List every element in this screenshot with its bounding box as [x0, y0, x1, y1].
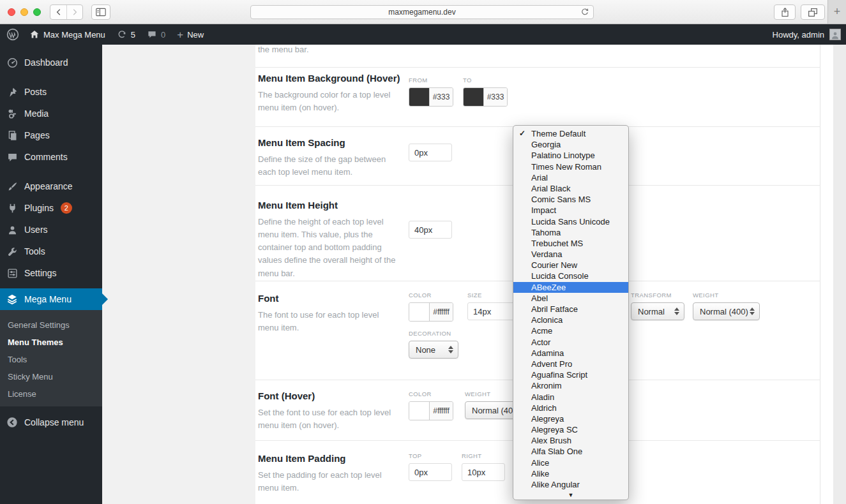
comments-link[interactable]: 0: [147, 29, 165, 40]
show-all-tabs-button[interactable]: [801, 4, 825, 20]
font-option[interactable]: Adamina: [513, 348, 628, 359]
font-option-label: Comic Sans MS: [531, 195, 591, 204]
font-option[interactable]: Akronim: [513, 380, 628, 391]
font-size-input[interactable]: [467, 302, 518, 320]
minimize-window-button[interactable]: [20, 8, 28, 16]
submenu-item[interactable]: Menu Themes: [0, 334, 102, 351]
updates-link[interactable]: 5: [117, 29, 135, 40]
sidebar-item-label: Pages: [24, 130, 50, 140]
font-option[interactable]: Alike: [513, 468, 628, 479]
font-option[interactable]: Verdana: [513, 249, 628, 260]
font-option[interactable]: Alegreya SC: [513, 424, 628, 435]
font-option[interactable]: Abel: [513, 293, 628, 304]
reload-button[interactable]: [580, 8, 589, 17]
font-option-label: Lucida Sans Unicode: [531, 217, 610, 226]
sidebar-item-tools[interactable]: Tools: [0, 241, 102, 262]
font-option[interactable]: ✓ Theme Default: [513, 128, 628, 139]
howdy-text: Howdy, admin: [773, 30, 824, 40]
close-window-button[interactable]: [8, 8, 15, 16]
sidebar-item-comments[interactable]: Comments: [0, 146, 102, 168]
font-option[interactable]: Lucida Console: [513, 271, 628, 281]
font-option-label: Alex Brush: [531, 436, 571, 445]
menu-item-height-input[interactable]: [409, 221, 452, 239]
submenu-item[interactable]: Tools: [0, 351, 102, 368]
font-option[interactable]: Abril Fatface: [513, 304, 628, 315]
updates-count: 5: [131, 30, 135, 40]
font-transform-select[interactable]: Normal: [631, 302, 684, 320]
setting-description: Set the padding for each top level menu …: [258, 469, 402, 494]
sidebar-item-settings[interactable]: Settings: [0, 262, 102, 284]
page-scrollbar-track[interactable]: [833, 45, 846, 504]
font-option-label: Trebuchet MS: [531, 239, 583, 248]
font-option-label: Aladin: [531, 392, 554, 402]
top-label: TOP: [409, 452, 452, 459]
font-option[interactable]: Tahoma: [513, 227, 628, 238]
submenu-item[interactable]: Sticky Menu: [0, 368, 102, 385]
new-content-link[interactable]: + New: [177, 29, 204, 40]
zoom-window-button[interactable]: [33, 8, 41, 16]
font-option-label: Impact: [531, 205, 556, 215]
font-option[interactable]: Aguafina Script: [513, 369, 628, 380]
font-option[interactable]: Comic Sans MS: [513, 194, 628, 205]
padding-top-input[interactable]: [409, 463, 452, 481]
sidebar-toggle-button[interactable]: [91, 4, 110, 20]
font-color-picker[interactable]: #ffffff: [409, 302, 453, 322]
collapse-menu-button[interactable]: Collapse menu: [0, 411, 102, 433]
submenu-item[interactable]: General Settings: [0, 316, 102, 334]
wp-logo-menu[interactable]: [6, 28, 19, 41]
new-label: New: [187, 30, 204, 40]
browser-toolbar: maxmegamenu.dev +: [0, 0, 846, 24]
color-value: #ffffff: [430, 303, 453, 321]
font-option[interactable]: Palatino Linotype: [513, 150, 628, 161]
font-decoration-select[interactable]: None: [409, 341, 458, 359]
padding-right-input[interactable]: [462, 463, 505, 481]
font-option[interactable]: Alice: [513, 457, 628, 468]
font-option[interactable]: Alegreya: [513, 413, 628, 424]
site-name-link[interactable]: Max Mega Menu: [29, 29, 105, 40]
font-option[interactable]: Impact: [513, 205, 628, 216]
selected-value: None: [416, 345, 435, 355]
sidebar-item-plugins[interactable]: Plugins 2: [0, 197, 102, 219]
sidebar-item-dashboard[interactable]: Dashboard: [0, 52, 102, 73]
submenu-item[interactable]: License: [0, 385, 102, 403]
font-option[interactable]: Times New Roman: [513, 161, 628, 172]
font-option[interactable]: Arial: [513, 172, 628, 183]
font-option[interactable]: Actor: [513, 337, 628, 348]
font-option[interactable]: Alfa Slab One: [513, 446, 628, 457]
background-hover-from-picker[interactable]: #333: [409, 87, 453, 107]
font-option[interactable]: Aldrich: [513, 403, 628, 413]
font-option[interactable]: Lucida Sans Unicode: [513, 216, 628, 227]
address-bar[interactable]: maxmegamenu.dev: [250, 5, 594, 19]
font-option[interactable]: Georgia: [513, 139, 628, 150]
font-option[interactable]: Arial Black: [513, 183, 628, 194]
dropdown-scroll-down[interactable]: ▼: [514, 491, 628, 500]
background-hover-to-picker[interactable]: #333: [463, 87, 508, 107]
sidebar-item-media[interactable]: Media: [0, 103, 102, 124]
font-option[interactable]: Alike Angular: [513, 479, 628, 490]
sidebar-item-users[interactable]: Users: [0, 219, 102, 241]
font-option[interactable]: Courier New: [513, 260, 628, 271]
avatar[interactable]: [829, 29, 841, 40]
sidebar-item-posts[interactable]: Posts: [0, 81, 102, 103]
color-value: #ffffff: [430, 402, 453, 420]
font-option[interactable]: ABeeZee: [513, 282, 628, 293]
new-tab-button[interactable]: +: [827, 0, 846, 24]
font-option[interactable]: Advent Pro: [513, 359, 628, 369]
comment-bubble-icon: [147, 29, 157, 40]
setting-title: Menu Item Background (Hover): [258, 73, 402, 84]
sidebar-item-mega-menu[interactable]: Mega Menu: [0, 288, 102, 310]
font-hover-color-picker[interactable]: #ffffff: [409, 401, 453, 420]
font-option[interactable]: Trebuchet MS: [513, 238, 628, 249]
font-weight-select[interactable]: Normal (400): [693, 302, 760, 320]
back-button[interactable]: [50, 5, 66, 19]
font-option[interactable]: Aclonica: [513, 315, 628, 325]
menu-item-spacing-input[interactable]: [409, 144, 452, 161]
font-option[interactable]: Acme: [513, 325, 628, 336]
share-button[interactable]: [774, 4, 796, 20]
sidebar-item-appearance[interactable]: Appearance: [0, 175, 102, 197]
font-option[interactable]: Alex Brush: [513, 435, 628, 446]
forward-button[interactable]: [66, 5, 82, 19]
font-option[interactable]: Aladin: [513, 392, 628, 403]
font-option-label: Tahoma: [531, 228, 561, 237]
sidebar-item-pages[interactable]: Pages: [0, 124, 102, 146]
